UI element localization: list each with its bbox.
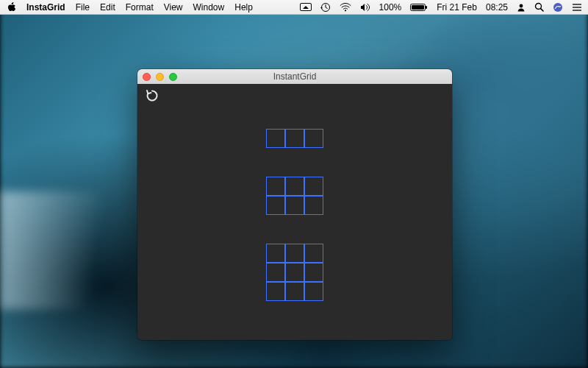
menu-edit[interactable]: Edit: [100, 0, 115, 15]
display-mirror-icon[interactable]: [300, 3, 312, 12]
grid-cell: [304, 263, 323, 282]
svg-point-6: [520, 4, 523, 7]
grid-cell: [304, 282, 323, 301]
grid-cell: [304, 177, 323, 196]
grid-cell: [285, 177, 304, 196]
window-titlebar[interactable]: InstantGrid: [137, 69, 452, 85]
menubar-time[interactable]: 08:25: [486, 0, 508, 15]
menu-view[interactable]: View: [164, 0, 183, 15]
app-canvas: [137, 84, 452, 340]
svg-rect-5: [426, 6, 427, 9]
menubar-date[interactable]: Fri 21 Feb: [437, 0, 477, 15]
grid-cell: [266, 129, 285, 148]
grid-cell: [304, 129, 323, 148]
spotlight-icon[interactable]: [534, 2, 544, 12]
app-window: InstantGrid: [137, 69, 452, 340]
menubar-app-name[interactable]: InstaGrid: [26, 0, 65, 15]
macos-menubar: InstaGrid File Edit Format View Window H…: [0, 0, 588, 15]
svg-point-9: [553, 3, 562, 12]
grid-cell: [266, 177, 285, 196]
grid-cell: [285, 244, 304, 263]
menu-help[interactable]: Help: [234, 0, 253, 15]
menu-window[interactable]: Window: [193, 0, 225, 15]
svg-line-8: [541, 9, 543, 11]
volume-icon[interactable]: [360, 3, 370, 12]
grid-cell: [304, 196, 323, 215]
wifi-icon[interactable]: [340, 3, 351, 12]
window-close-button[interactable]: [143, 73, 151, 81]
siri-icon[interactable]: [553, 2, 563, 13]
grid-option-3x3[interactable]: [266, 244, 323, 301]
svg-point-2: [344, 10, 345, 11]
grid-option-3x1[interactable]: [266, 129, 323, 148]
timemachine-icon[interactable]: [320, 2, 331, 13]
svg-rect-4: [412, 5, 424, 10]
window-title: InstantGrid: [273, 71, 317, 82]
reset-icon[interactable]: [145, 88, 159, 103]
notification-center-icon[interactable]: [572, 3, 582, 12]
grid-cell: [285, 129, 304, 148]
menu-file[interactable]: File: [76, 0, 90, 15]
window-minimize-button[interactable]: [156, 73, 164, 81]
volume-percentage: 100%: [379, 0, 402, 15]
grid-cell: [266, 263, 285, 282]
battery-icon[interactable]: [410, 3, 428, 12]
menu-format[interactable]: Format: [126, 0, 154, 15]
grid-cell: [266, 244, 285, 263]
grid-cell: [304, 244, 323, 263]
grid-cell: [266, 196, 285, 215]
window-zoom-button[interactable]: [169, 73, 177, 81]
grid-option-3x2[interactable]: [266, 177, 323, 215]
grid-cell: [285, 196, 304, 215]
grid-cell: [266, 282, 285, 301]
apple-menu-icon[interactable]: [7, 2, 16, 13]
grid-cell: [285, 263, 304, 282]
grid-cell: [285, 282, 304, 301]
window-traffic-lights: [143, 69, 177, 84]
user-icon[interactable]: [517, 3, 526, 12]
